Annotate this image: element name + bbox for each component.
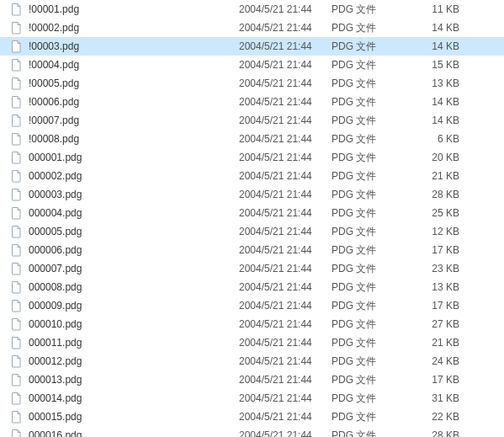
file-row[interactable]: 000003.pdg2004/5/21 21:44PDG 文件28 KB <box>0 185 504 204</box>
file-row[interactable]: !00007.pdg2004/5/21 21:44PDG 文件14 KB <box>0 111 504 130</box>
file-size: 14 KB <box>407 40 466 52</box>
file-type: PDG 文件 <box>332 373 407 387</box>
file-icon <box>10 354 24 368</box>
file-name-cell[interactable]: !00003.pdg <box>3 40 239 53</box>
file-size: 17 KB <box>407 244 466 256</box>
file-icon <box>10 151 24 164</box>
file-name-cell[interactable]: 000008.pdg <box>3 280 239 294</box>
file-row[interactable]: 000010.pdg2004/5/21 21:44PDG 文件27 KB <box>0 315 504 333</box>
file-size: 21 KB <box>407 337 466 349</box>
file-name: !00005.pdg <box>29 77 79 89</box>
file-row[interactable]: !00001.pdg2004/5/21 21:44PDG 文件11 KB <box>0 0 504 19</box>
file-type: PDG 文件 <box>332 188 407 202</box>
file-row[interactable]: 000009.pdg2004/5/21 21:44PDG 文件17 KB <box>0 296 504 315</box>
file-name: 000006.pdg <box>29 244 82 256</box>
file-size: 20 KB <box>407 152 466 163</box>
file-size: 14 KB <box>407 115 466 126</box>
file-row[interactable]: !00005.pdg2004/5/21 21:44PDG 文件13 KB <box>0 74 504 93</box>
file-type: PDG 文件 <box>332 132 407 147</box>
file-row[interactable]: 000013.pdg2004/5/21 21:44PDG 文件17 KB <box>0 370 504 389</box>
file-name-cell[interactable]: 000001.pdg <box>3 151 239 164</box>
file-type: PDG 文件 <box>332 243 407 258</box>
file-date: 2004/5/21 21:44 <box>239 133 332 145</box>
file-row[interactable]: 000015.pdg2004/5/21 21:44PDG 文件22 KB <box>0 408 504 426</box>
file-row[interactable]: !00002.pdg2004/5/21 21:44PDG 文件14 KB <box>0 19 504 37</box>
file-name-cell[interactable]: 000016.pdg <box>3 429 239 437</box>
file-name-cell[interactable]: 000015.pdg <box>3 410 239 424</box>
file-type: PDG 文件 <box>332 280 407 295</box>
file-name-cell[interactable]: !00001.pdg <box>3 3 239 16</box>
file-row[interactable]: 000006.pdg2004/5/21 21:44PDG 文件17 KB <box>0 241 504 259</box>
file-icon <box>10 317 24 331</box>
file-name-cell[interactable]: 000005.pdg <box>3 225 239 238</box>
file-icon <box>10 410 24 424</box>
file-name-cell[interactable]: 000014.pdg <box>3 392 239 405</box>
file-row[interactable]: 000011.pdg2004/5/21 21:44PDG 文件21 KB <box>0 333 504 352</box>
file-name-cell[interactable]: 000009.pdg <box>3 299 239 312</box>
file-name-cell[interactable]: !00006.pdg <box>3 95 239 109</box>
file-row[interactable]: 000012.pdg2004/5/21 21:44PDG 文件24 KB <box>0 352 504 370</box>
file-icon <box>10 373 24 386</box>
file-name: 000005.pdg <box>29 226 82 237</box>
file-row[interactable]: !00003.pdg2004/5/21 21:44PDG 文件14 KB <box>0 37 504 56</box>
file-size: 24 KB <box>407 355 466 367</box>
file-name-cell[interactable]: !00005.pdg <box>3 77 239 90</box>
file-name-cell[interactable]: 000007.pdg <box>3 262 239 275</box>
file-row[interactable]: 000001.pdg2004/5/21 21:44PDG 文件20 KB <box>0 148 504 167</box>
file-icon <box>10 243 24 257</box>
file-date: 2004/5/21 21:44 <box>239 337 332 349</box>
file-name-cell[interactable]: !00002.pdg <box>3 21 239 35</box>
file-row[interactable]: 000016.pdg2004/5/21 21:44PDG 文件28 KB <box>0 426 504 437</box>
file-name: !00007.pdg <box>29 115 79 126</box>
file-size: 14 KB <box>407 96 466 108</box>
file-size: 14 KB <box>407 22 466 34</box>
file-icon <box>10 169 24 183</box>
file-row[interactable]: 000002.pdg2004/5/21 21:44PDG 文件21 KB <box>0 167 504 185</box>
file-date: 2004/5/21 21:44 <box>239 300 332 312</box>
file-row[interactable]: !00008.pdg2004/5/21 21:44PDG 文件6 KB <box>0 130 504 148</box>
file-row[interactable]: 000008.pdg2004/5/21 21:44PDG 文件13 KB <box>0 278 504 296</box>
file-row[interactable]: 000007.pdg2004/5/21 21:44PDG 文件23 KB <box>0 259 504 278</box>
file-type: PDG 文件 <box>332 21 407 35</box>
file-date: 2004/5/21 21:44 <box>239 3 332 15</box>
file-date: 2004/5/21 21:44 <box>239 96 332 108</box>
file-type: PDG 文件 <box>332 95 407 109</box>
file-name-cell[interactable]: !00008.pdg <box>3 132 239 146</box>
file-row[interactable]: 000014.pdg2004/5/21 21:44PDG 文件31 KB <box>0 389 504 408</box>
file-size: 13 KB <box>407 281 466 293</box>
file-name-cell[interactable]: !00007.pdg <box>3 114 239 127</box>
file-size: 25 KB <box>407 207 466 219</box>
file-date: 2004/5/21 21:44 <box>239 170 332 182</box>
file-type: PDG 文件 <box>332 429 407 438</box>
file-name: 000004.pdg <box>29 207 82 219</box>
file-icon <box>10 21 24 35</box>
file-row[interactable]: !00006.pdg2004/5/21 21:44PDG 文件14 KB <box>0 93 504 111</box>
file-type: PDG 文件 <box>332 410 407 424</box>
file-type: PDG 文件 <box>332 58 407 72</box>
file-list[interactable]: !00001.pdg2004/5/21 21:44PDG 文件11 KB!000… <box>0 0 504 437</box>
file-name: 000001.pdg <box>29 152 82 163</box>
file-date: 2004/5/21 21:44 <box>239 226 332 237</box>
file-size: 23 KB <box>407 263 466 274</box>
file-row[interactable]: !00004.pdg2004/5/21 21:44PDG 文件15 KB <box>0 56 504 74</box>
file-name-cell[interactable]: 000003.pdg <box>3 188 239 201</box>
file-type: PDG 文件 <box>332 114 407 128</box>
file-name: 000002.pdg <box>29 170 82 182</box>
file-name: 000010.pdg <box>29 318 82 330</box>
file-type: PDG 文件 <box>332 262 407 276</box>
file-row[interactable]: 000005.pdg2004/5/21 21:44PDG 文件12 KB <box>0 222 504 241</box>
file-name-cell[interactable]: 000011.pdg <box>3 336 239 349</box>
file-name-cell[interactable]: 000013.pdg <box>3 373 239 386</box>
file-icon <box>10 262 24 275</box>
file-icon <box>10 429 24 437</box>
file-name-cell[interactable]: 000006.pdg <box>3 243 239 257</box>
file-name-cell[interactable]: 000010.pdg <box>3 317 239 331</box>
file-name-cell[interactable]: 000012.pdg <box>3 354 239 368</box>
file-name-cell[interactable]: !00004.pdg <box>3 58 239 72</box>
file-name-cell[interactable]: 000004.pdg <box>3 206 239 220</box>
file-size: 15 KB <box>407 59 466 71</box>
file-name-cell[interactable]: 000002.pdg <box>3 169 239 183</box>
file-row[interactable]: 000004.pdg2004/5/21 21:44PDG 文件25 KB <box>0 204 504 222</box>
file-type: PDG 文件 <box>332 169 407 184</box>
file-size: 12 KB <box>407 226 466 237</box>
